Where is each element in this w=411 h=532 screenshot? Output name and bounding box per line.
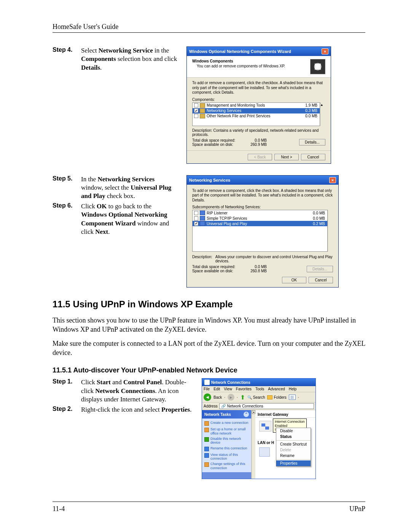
nc-titlebar[interactable]: Network Connections [202, 379, 315, 386]
cancel-button[interactable]: Cancel [301, 154, 325, 160]
address-label: Address [204, 404, 218, 408]
cm-shortcut[interactable]: Create Shortcut [276, 441, 311, 447]
section-title: 11.5 Using UPnP in Windows XP Example [53, 299, 365, 310]
step4-label: Step 4. [53, 46, 81, 53]
service-icon [200, 221, 205, 226]
cm-rename[interactable]: Rename [276, 453, 311, 459]
cm-disable[interactable]: Disable [276, 428, 311, 434]
cm-separator [276, 440, 311, 441]
main-pane[interactable]: Internet Gateway Internet Connection Ena… [255, 410, 315, 479]
checkbox-icon[interactable] [194, 109, 198, 113]
menu-help[interactable]: Help [289, 387, 297, 391]
task-icon [204, 421, 209, 426]
tasks-header[interactable]: Network Tasks ⌃ [202, 410, 251, 419]
menu-advanced[interactable]: Advanced [268, 387, 285, 391]
lan-icon[interactable] [259, 447, 270, 457]
task-item[interactable]: Disable this network device [204, 436, 249, 446]
task-icon [204, 437, 209, 442]
disk-avail-val: 260.8 MB [245, 269, 267, 273]
wizard-title-text: Windows Optional Networking Components W… [189, 49, 291, 54]
search-button[interactable]: 🔍Search [247, 395, 265, 399]
list-item[interactable]: Universal Plug and Play 0.2 MB [193, 221, 327, 226]
services-instruction: To add or remove a component, click the … [192, 189, 333, 203]
disk-req-label: Total disk space required: [192, 138, 245, 142]
up-icon[interactable]: ⬆ [240, 394, 245, 401]
subcomponents-listbox[interactable]: RIP Listener 0.0 MB Simple TCP/IP Servic… [192, 210, 328, 252]
disk-req-val: 0.0 MB [245, 138, 267, 142]
desc-label: Description: [192, 255, 212, 263]
section-name: UPnP [349, 505, 365, 513]
close-icon[interactable]: × [322, 48, 328, 54]
menu-view[interactable]: View [224, 387, 232, 391]
components-listbox[interactable]: Management and Monitoring Tools 1.9 MB N… [192, 102, 320, 126]
menubar[interactable]: File Edit View Favorites Tools Advanced … [202, 386, 315, 392]
checkbox-icon[interactable] [194, 222, 198, 226]
collapse-icon[interactable]: ⌃ [244, 412, 249, 417]
menu-tools[interactable]: Tools [255, 387, 264, 391]
svg-rect-0 [315, 64, 321, 70]
task-item[interactable]: View status of this connection [204, 452, 249, 462]
connection-icon[interactable] [259, 421, 271, 431]
task-item[interactable]: Change settings of this connection [204, 461, 249, 471]
folders-button[interactable]: Folders [267, 395, 286, 399]
next-button[interactable]: Next > [274, 154, 299, 160]
nc-title-icon [204, 380, 210, 385]
checkbox-icon[interactable] [194, 114, 198, 118]
services-titlebar[interactable]: Networking Services × [187, 176, 338, 185]
back-label[interactable]: Back [213, 395, 222, 399]
address-icon: 🔗 [221, 404, 226, 408]
cm-properties[interactable]: Properties [276, 460, 311, 466]
folder-icon [200, 109, 205, 113]
tasks-pane: Network Tasks ⌃ Create a new connection … [202, 410, 252, 479]
folder-icon [200, 114, 205, 118]
scrollbar[interactable]: ▴ [320, 102, 325, 126]
cm-separator [276, 459, 311, 460]
list-item[interactable]: Networking Services 0.3 MB [193, 108, 320, 113]
list-item[interactable]: RIP Listener 0.0 MB [193, 210, 327, 216]
search-icon: 🔍 [247, 395, 252, 399]
cancel-button[interactable]: Cancel [309, 277, 333, 283]
address-bar[interactable]: Address 🔗 Network Connections [202, 403, 315, 410]
checkbox-icon[interactable] [194, 103, 198, 107]
task-item[interactable]: Rename this connection [204, 446, 249, 452]
wizard-description: Description: Contains a variety of speci… [192, 128, 325, 137]
services-dialog: Networking Services × To add or remove a… [186, 175, 339, 288]
close-icon[interactable]: × [329, 177, 336, 183]
task-icon [204, 428, 209, 432]
menu-edit[interactable]: Edit [213, 387, 220, 391]
back-icon[interactable]: ◄ [204, 393, 211, 401]
nc-title-text: Network Connections [211, 380, 250, 385]
menu-favorites[interactable]: Favorites [236, 387, 252, 391]
folder-icon [200, 103, 205, 108]
ok-button[interactable]: OK [282, 277, 306, 283]
context-menu[interactable]: Disable Status Create Shortcut Delete Re… [276, 428, 311, 466]
doc-header: HomeSafe User's Guide [53, 23, 365, 31]
wizard-titlebar[interactable]: Windows Optional Networking Components W… [187, 47, 331, 56]
step2-text: Right-click the icon and select Properti… [81, 406, 197, 414]
list-item[interactable]: Simple TCP/IP Services 0.0 MB [193, 216, 327, 221]
step4-text: Select Networking Service in the Compone… [81, 46, 178, 72]
view-icon[interactable]: ☷ [289, 395, 296, 400]
step6-label: Step 6. [53, 202, 81, 209]
header-rule [53, 32, 365, 33]
back-button: < Back [248, 154, 272, 160]
forward-icon: ► [228, 394, 234, 401]
task-item[interactable]: Set up a home or small office network [204, 427, 249, 436]
list-item[interactable]: Management and Monitoring Tools 1.9 MB [193, 103, 320, 108]
step1-label: Step 1. [53, 378, 81, 385]
task-item[interactable]: Create a new connection [204, 420, 249, 427]
lan-header: LAN or H [258, 441, 274, 445]
tasks-scrollbar[interactable]: ▴ [252, 410, 255, 479]
menu-file[interactable]: File [204, 387, 210, 391]
subcomponents-label: Subcomponents of Networking Services: [192, 205, 333, 209]
wizard-instruction: To add or remove a component, click the … [192, 81, 325, 95]
details-button[interactable]: Details... [299, 139, 325, 145]
components-label: Components: [192, 97, 325, 102]
disk-avail-label: Space available on disk: [192, 269, 245, 273]
cm-status[interactable]: Status [276, 434, 311, 439]
scrollbar[interactable] [328, 210, 333, 252]
checkbox-icon[interactable] [194, 211, 198, 215]
services-title-text: Networking Services [189, 178, 230, 182]
checkbox-icon[interactable] [194, 216, 198, 220]
list-item[interactable]: Other Network File and Print Services 0.… [193, 113, 320, 119]
